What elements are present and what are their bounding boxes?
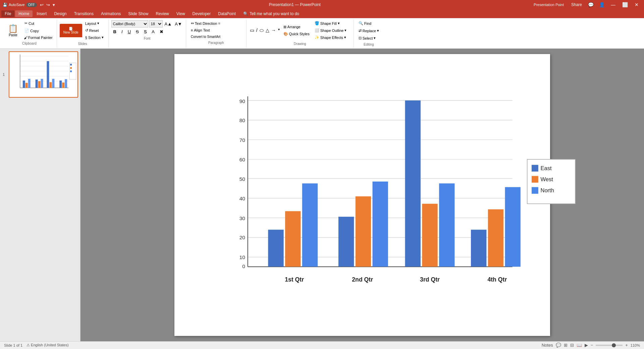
menu-datapoint[interactable]: DataPoint: [215, 10, 239, 17]
svg-rect-22: [70, 64, 72, 65]
reset-button[interactable]: ↺ Reset: [83, 27, 106, 34]
text-direction-button[interactable]: ⇔ Text Direction =: [189, 20, 222, 27]
y-label-60: 60: [239, 157, 245, 162]
profile-button[interactable]: 👤: [597, 1, 607, 8]
zoom-out-button[interactable]: −: [591, 343, 593, 348]
status-left: Slide 1 of 1 ⚠ English (United States): [4, 343, 69, 347]
notes-button[interactable]: Notes: [542, 343, 553, 348]
bar-q3-north: [439, 184, 454, 267]
accessibility-icon[interactable]: ⚠: [26, 343, 30, 347]
canvas-area[interactable]: 90 80 70 60 50 40 30 20 10 0: [80, 49, 644, 341]
redo-button[interactable]: ↪: [45, 2, 51, 8]
menu-slideshow[interactable]: Slide Show: [125, 10, 152, 17]
undo-button[interactable]: ↩: [39, 2, 45, 8]
svg-rect-15: [47, 61, 49, 88]
shadow-button[interactable]: S: [142, 28, 149, 35]
font-size-select[interactable]: 18: [149, 20, 163, 28]
slide-thumbnail[interactable]: [9, 51, 78, 98]
language-label: English (United States): [31, 343, 69, 347]
arrange-button[interactable]: ⊞ Arrange: [281, 24, 312, 30]
slideshow-button[interactable]: ▶: [585, 343, 588, 348]
bar-q3-west: [422, 204, 437, 267]
shape-triangle[interactable]: △: [265, 27, 270, 34]
clear-format-button[interactable]: ✖: [158, 28, 165, 35]
quick-access-more[interactable]: ▾: [52, 2, 56, 8]
maximize-button[interactable]: ⬜: [620, 1, 631, 8]
normal-view-button[interactable]: ⊞: [564, 343, 568, 348]
slide-thumb-content: [10, 53, 77, 96]
menu-home[interactable]: Home: [15, 10, 33, 17]
section-button[interactable]: § Section ▾: [83, 34, 106, 41]
bar-q3-east: [405, 100, 421, 266]
shape-arrow[interactable]: →: [271, 27, 277, 34]
menu-animations[interactable]: Animations: [98, 10, 124, 17]
cut-button[interactable]: ✂ Cut: [22, 20, 54, 27]
slides-group: 📑 New Slide Layout ▾ ↺ Reset §: [57, 19, 109, 48]
svg-rect-12: [36, 80, 38, 88]
y-label-20: 20: [239, 235, 245, 240]
decrease-font-button[interactable]: A▼: [174, 21, 183, 27]
font-label: Font: [111, 37, 183, 40]
menu-developer[interactable]: Developer: [189, 10, 214, 17]
underline-button[interactable]: U: [126, 28, 133, 35]
slide-1-item[interactable]: 1: [9, 51, 78, 98]
menu-file[interactable]: File: [1, 10, 14, 17]
quick-styles-button[interactable]: 🎨 Quick Styles: [281, 31, 312, 37]
autosave-label: AutoSave: [9, 3, 25, 7]
shape-outline-button[interactable]: ⬜ Shape Outline ▾: [313, 27, 349, 34]
paste-label: Paste: [9, 33, 17, 37]
shape-effects-button[interactable]: ✨ Shape Effects ▾: [313, 34, 349, 41]
italic-button[interactable]: I: [119, 28, 125, 35]
slide-sorter-button[interactable]: ⊟: [570, 343, 574, 348]
paste-button[interactable]: 📋 Paste: [5, 23, 21, 38]
shape-fill-button[interactable]: 🪣 Shape Fill ▾: [313, 20, 349, 27]
shape-oval[interactable]: ⬭: [259, 27, 264, 34]
replace-button[interactable]: ⇄ Replace ▾: [357, 28, 381, 34]
svg-rect-14: [41, 79, 43, 88]
select-icon: ⊡: [359, 36, 362, 40]
zoom-level[interactable]: 110%: [631, 343, 640, 347]
shapes-more[interactable]: ▾: [277, 27, 280, 34]
shape-line[interactable]: /: [256, 27, 258, 34]
thumb-chart-svg: [10, 53, 77, 96]
select-button[interactable]: ⊡ Select ▾: [357, 35, 381, 41]
autosave-toggle[interactable]: OFF: [26, 3, 37, 7]
close-button[interactable]: ✕: [632, 1, 641, 8]
menu-help[interactable]: 🔍 Tell me what you want to do: [240, 10, 303, 17]
comments-status-button[interactable]: 💬: [556, 343, 561, 348]
autosave-icon: 💾: [3, 3, 7, 7]
share-button[interactable]: Share: [569, 2, 585, 8]
bar-q1-north: [302, 184, 318, 267]
copy-button[interactable]: 📄 Copy: [22, 28, 54, 34]
replace-dropdown-icon: ▾: [377, 29, 379, 33]
quick-styles-icon: 🎨: [283, 32, 288, 36]
menu-transitions[interactable]: Transitions: [71, 10, 97, 17]
shape-rect[interactable]: ▭: [249, 27, 255, 34]
format-painter-button[interactable]: 🖌 Format Painter: [22, 35, 54, 40]
increase-font-button[interactable]: A▲: [164, 21, 173, 27]
menu-insert[interactable]: Insert: [33, 10, 50, 17]
bold-button[interactable]: B: [111, 28, 118, 35]
menu-review[interactable]: Review: [152, 10, 172, 17]
slide-canvas[interactable]: 90 80 70 60 50 40 30 20 10 0: [174, 54, 550, 336]
zoom-in-button[interactable]: +: [625, 343, 628, 348]
strikethrough-button[interactable]: S: [134, 28, 141, 35]
editing-sub: 🔍 Find ⇄ Replace ▾ ⊡ Select ▾: [357, 20, 381, 41]
zoom-slider[interactable]: [596, 345, 623, 346]
shape-effects-icon: ✨: [315, 35, 319, 40]
font-family-select[interactable]: Calibri (Body): [111, 20, 148, 28]
convert-smartart-button[interactable]: Convert to SmartArt: [189, 34, 222, 40]
layout-button[interactable]: Layout ▾: [83, 20, 106, 27]
align-text-button[interactable]: ≡ Align Text: [189, 27, 212, 33]
menu-design[interactable]: Design: [51, 10, 70, 17]
find-button[interactable]: 🔍 Find: [357, 20, 381, 27]
bar-q1-west: [285, 211, 301, 267]
y-label-50: 50: [239, 176, 245, 182]
new-slide-button[interactable]: 📑 New Slide: [60, 24, 82, 37]
font-color-button[interactable]: A: [150, 28, 157, 35]
minimize-button[interactable]: —: [608, 1, 618, 8]
reading-view-button[interactable]: 📖: [577, 343, 582, 348]
menu-view[interactable]: View: [173, 10, 189, 17]
comments-button[interactable]: 💬: [586, 1, 596, 8]
svg-rect-17: [52, 79, 54, 88]
